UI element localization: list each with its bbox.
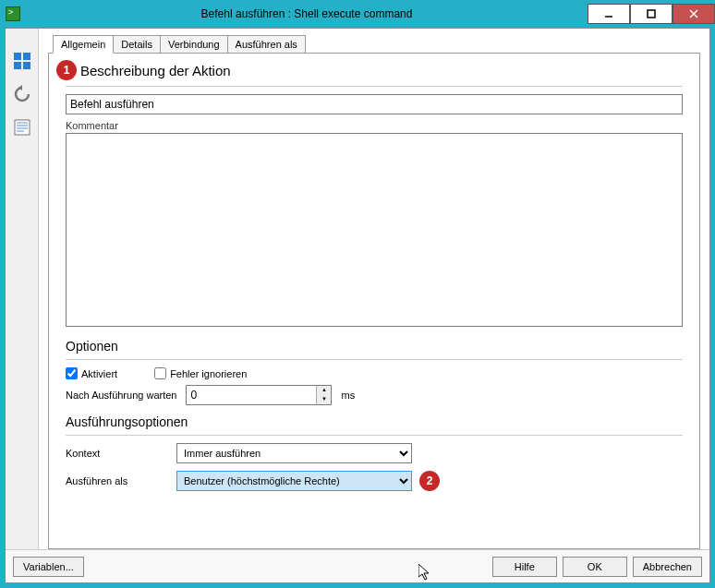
titlebar: Befehl ausführen : Shell execute command: [0, 0, 715, 28]
comment-field: Kommentar: [66, 120, 683, 330]
document-icon[interactable]: [12, 117, 32, 138]
options-row: Aktiviert Fehler ignorieren: [66, 367, 683, 379]
variablen-button[interactable]: Variablen...: [13, 557, 84, 577]
refresh-icon[interactable]: [12, 84, 32, 104]
checkbox-aktiviert[interactable]: Aktiviert: [66, 367, 117, 379]
wait-row: Nach Ausführung warten ▲ ▼ ms: [66, 385, 683, 405]
svg-rect-1: [648, 10, 655, 18]
minimize-button[interactable]: [588, 4, 630, 24]
action-name-input[interactable]: [66, 94, 683, 114]
svg-rect-7: [23, 62, 30, 69]
ok-button[interactable]: OK: [563, 557, 627, 577]
abbrechen-button[interactable]: Abbrechen: [633, 557, 702, 577]
badge-2: 2: [419, 471, 440, 491]
window-title: Befehl ausführen : Shell execute command: [26, 7, 588, 20]
wait-input[interactable]: [187, 386, 316, 404]
svg-rect-8: [15, 120, 30, 135]
wait-spinner: ▲ ▼: [186, 385, 332, 405]
badge-1: 1: [56, 60, 77, 80]
aktiviert-input[interactable]: [66, 367, 78, 379]
section-description-title: Beschreibung der Aktion: [80, 63, 231, 78]
tab-strip: Allgemein Details Verbindung Ausführen a…: [53, 34, 700, 53]
name-field: [66, 94, 683, 114]
wait-label: Nach Ausführung warten: [66, 390, 176, 401]
inner-frame: Allgemein Details Verbindung Ausführen a…: [5, 28, 710, 583]
spin-up-icon[interactable]: ▲: [317, 386, 331, 395]
kontext-select[interactable]: Immer ausführen: [176, 443, 412, 463]
wait-unit: ms: [341, 390, 355, 401]
comment-textarea[interactable]: [66, 133, 683, 327]
divider: [66, 359, 683, 360]
divider: [66, 435, 683, 436]
tab-details[interactable]: Details: [113, 35, 161, 54]
fehler-label: Fehler ignorieren: [170, 368, 247, 379]
kontext-label: Kontext: [66, 448, 176, 459]
kontext-row: Kontext Immer ausführen: [66, 443, 683, 463]
tab-body: 1 Beschreibung der Aktion Kommentar Opti…: [48, 53, 700, 549]
content-row: Allgemein Details Verbindung Ausführen a…: [6, 29, 709, 549]
aktiviert-label: Aktiviert: [81, 368, 117, 379]
fehler-input[interactable]: [154, 367, 166, 379]
dialog-window: Befehl ausführen : Shell execute command: [0, 0, 715, 588]
close-button[interactable]: [673, 4, 715, 24]
svg-rect-6: [14, 62, 21, 69]
section-exec-title: Ausführungsoptionen: [66, 414, 683, 429]
section-description: 1 Beschreibung der Aktion: [66, 63, 683, 78]
dialog-footer: Variablen... Hilfe OK Abbrechen: [6, 549, 709, 582]
section-options-title: Optionen: [66, 339, 683, 354]
maximize-button[interactable]: [630, 4, 673, 24]
tab-verbindung[interactable]: Verbindung: [160, 35, 228, 54]
tab-allgemein[interactable]: Allgemein: [53, 35, 114, 54]
svg-rect-5: [23, 53, 30, 60]
runas-row: Ausführen als Benutzer (höchstmögliche R…: [66, 471, 683, 491]
window-buttons: [588, 5, 715, 24]
checkbox-fehler[interactable]: Fehler ignorieren: [154, 367, 247, 379]
tab-ausfuehren-als[interactable]: Ausführen als: [227, 35, 306, 54]
hilfe-button[interactable]: Hilfe: [492, 557, 557, 577]
divider: [66, 86, 683, 87]
main-area: Allgemein Details Verbindung Ausführen a…: [39, 29, 709, 549]
svg-rect-4: [14, 53, 21, 60]
tiles-icon[interactable]: [12, 51, 32, 71]
runas-select[interactable]: Benutzer (höchstmögliche Rechte): [176, 471, 412, 491]
sidebar: [6, 29, 39, 549]
app-icon: [6, 6, 20, 21]
spin-down-icon[interactable]: ▼: [317, 395, 331, 404]
comment-label: Kommentar: [66, 120, 683, 131]
runas-label: Ausführen als: [66, 475, 176, 486]
